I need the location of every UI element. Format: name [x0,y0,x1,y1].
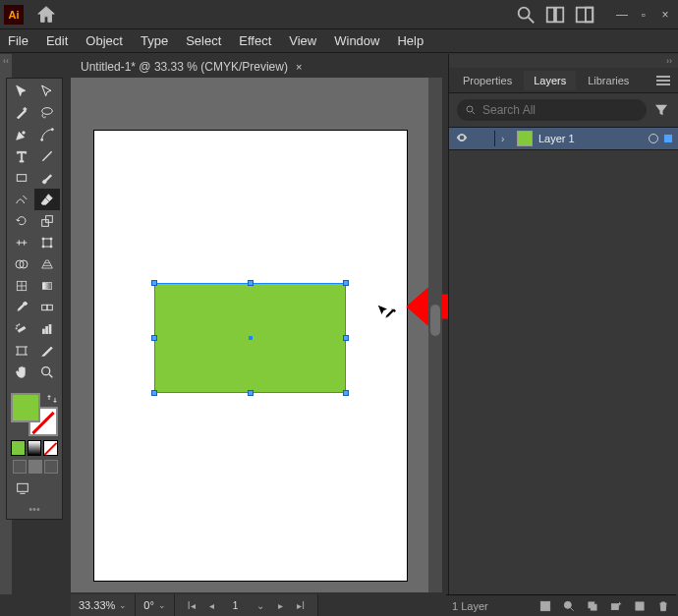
svg-rect-27 [47,305,52,309]
layer-row[interactable]: › Layer 1 [449,127,678,150]
menu-help[interactable]: Help [397,33,424,48]
resize-handle[interactable] [343,335,349,341]
type-tool[interactable] [9,145,34,167]
resize-handle[interactable] [343,280,349,286]
menu-view[interactable]: View [289,33,316,48]
magic-wand-tool[interactable] [9,102,34,124]
delete-layer-icon[interactable] [656,599,670,613]
draw-inside-icon[interactable] [44,460,58,474]
svg-point-39 [42,367,50,375]
zoom-tool[interactable] [34,362,60,383]
line-segment-tool[interactable] [34,145,60,167]
layer-disclose-icon[interactable]: › [501,134,511,144]
expand-dock-icon[interactable]: ›› [666,56,672,66]
eraser-tool[interactable] [34,189,60,210]
shaper-tool[interactable] [9,189,34,210]
fill-swatch[interactable] [11,393,40,422]
eyedropper-tool[interactable] [9,297,34,318]
arrange-documents-icon[interactable] [544,4,566,26]
menu-window[interactable]: Window [334,33,379,48]
new-layer-icon[interactable] [633,599,647,613]
panel-menu-icon[interactable] [652,76,674,85]
lasso-tool[interactable] [34,102,60,124]
slice-tool[interactable] [34,340,60,362]
menu-edit[interactable]: Edit [46,33,68,48]
search-icon[interactable] [515,4,537,26]
filter-icon[interactable] [652,99,670,121]
selection-tool[interactable] [9,81,34,102]
close-button[interactable]: × [656,8,674,22]
locate-object-icon[interactable] [562,599,576,613]
vertical-scrollbar[interactable] [428,78,442,592]
draw-behind-icon[interactable] [28,460,42,474]
tab-properties[interactable]: Properties [453,71,522,90]
resize-handle[interactable] [151,335,157,341]
gradient-tool[interactable] [34,275,60,297]
swap-fill-stroke-icon[interactable] [46,393,58,405]
first-artboard-icon[interactable]: I◂ [183,600,200,611]
direct-selection-tool[interactable] [34,81,60,102]
resize-handle[interactable] [151,280,157,286]
last-artboard-icon[interactable]: ▸I [292,600,310,611]
canvas[interactable] [71,78,428,592]
layer-name[interactable]: Layer 1 [538,133,643,144]
menu-effect[interactable]: Effect [239,33,271,48]
mesh-tool[interactable] [9,275,34,297]
menubar: File Edit Object Type Select Effect View… [0,29,678,53]
resize-handle[interactable] [248,390,254,396]
blend-tool[interactable] [34,297,60,318]
curvature-tool[interactable] [34,124,60,145]
fill-stroke-indicator[interactable] [11,393,58,436]
artboard-navigator[interactable]: I◂ ◂ 1 ⌄ ▸ ▸I [175,594,318,616]
rectangle-tool[interactable] [9,167,34,189]
svg-point-44 [467,106,473,112]
clipping-mask-icon[interactable] [586,599,599,613]
home-icon[interactable] [35,4,57,26]
workspace-switcher-icon[interactable] [574,4,595,26]
menu-object[interactable]: Object [85,33,123,48]
gradient-mode-icon[interactable] [28,440,42,456]
resize-handle[interactable] [248,280,254,286]
menu-file[interactable]: File [8,33,28,48]
visibility-toggle-icon[interactable] [455,131,469,147]
prev-artboard-icon[interactable]: ◂ [204,600,219,611]
free-transform-tool[interactable] [34,232,60,253]
selected-rectangle[interactable] [155,284,345,392]
maximize-button[interactable]: ▫ [635,8,652,22]
rotate-view[interactable]: 0°⌄ [136,594,175,616]
pen-tool[interactable] [9,124,34,145]
next-artboard-icon[interactable]: ▸ [273,600,288,611]
menu-type[interactable]: Type [141,33,168,48]
column-graph-tool[interactable] [34,318,60,340]
layer-search-input[interactable]: Search All [457,99,647,121]
zoom-level[interactable]: 33.33%⌄ [71,594,136,616]
none-mode-icon[interactable] [43,440,58,456]
color-mode-icon[interactable] [11,440,26,456]
scale-tool[interactable] [34,210,60,232]
selection-indicator[interactable] [664,135,672,142]
resize-handle[interactable] [151,390,157,396]
menu-select[interactable]: Select [186,33,221,48]
shape-builder-tool[interactable] [9,253,34,275]
hand-tool[interactable] [9,362,34,383]
symbol-sprayer-tool[interactable] [9,318,34,340]
screen-mode-icon[interactable] [13,479,32,497]
edit-toolbar-icon[interactable]: ••• [11,503,58,515]
tab-layers[interactable]: Layers [524,71,576,90]
artboard-number[interactable]: 1 [223,600,249,611]
collapse-dock-icon[interactable]: ‹‹ [0,54,12,66]
perspective-grid-tool[interactable] [34,253,60,275]
svg-point-30 [16,328,17,329]
minimize-button[interactable]: — [613,8,631,22]
new-sublayer-icon[interactable] [609,599,623,613]
export-icon[interactable] [538,599,552,613]
resize-handle[interactable] [343,390,349,396]
draw-normal-icon[interactable] [13,460,27,474]
target-icon[interactable] [649,134,658,143]
artboard-tool[interactable] [9,340,34,362]
svg-point-9 [51,129,53,131]
rotate-tool[interactable] [9,210,34,232]
tab-libraries[interactable]: Libraries [578,71,639,90]
paintbrush-tool[interactable] [34,167,60,189]
width-tool[interactable] [9,232,34,253]
